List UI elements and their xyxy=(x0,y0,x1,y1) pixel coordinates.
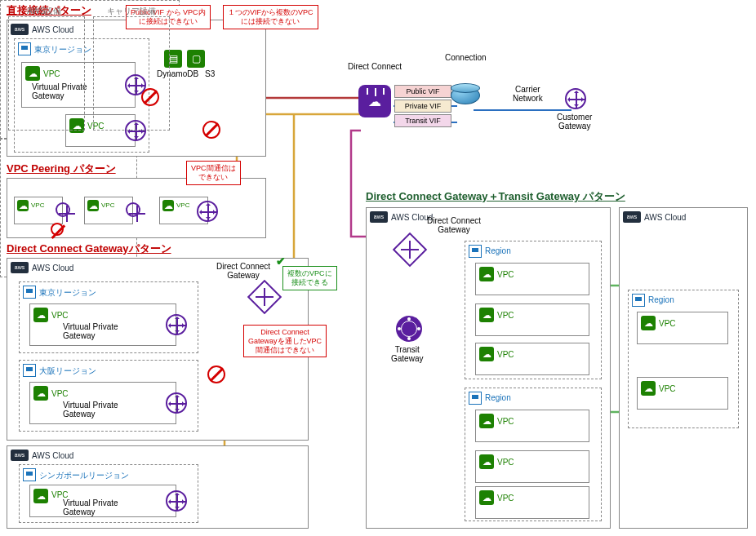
vpg-label: Virtuual Private Gateway xyxy=(63,322,118,340)
callout-dcgw-no-inter-vpc: Direct Connect Gatewayを通したVPC 間通信はできない xyxy=(243,325,327,357)
peer-vpc-1: VPC xyxy=(14,197,63,224)
s3-label: S3 xyxy=(205,69,215,78)
vpc-singapore: VPC Virtuual Private Gateway xyxy=(29,485,176,517)
vpc-osaka: VPC Virtuual Private Gateway xyxy=(29,382,176,424)
transit-vif: Transit VIF xyxy=(394,114,451,127)
aws-cloud-tgw-1: aws AWS Cloud Direct Connect Gateway Tra… xyxy=(366,207,611,529)
aws-logo-icon: aws xyxy=(11,262,29,273)
vpc-icon xyxy=(87,200,99,211)
vpg-label: Virtuual Private Gateway xyxy=(63,498,118,516)
prohibited-icon xyxy=(202,121,220,139)
peer-vpc-3: VPC xyxy=(159,197,208,224)
vpc-label: VPC xyxy=(497,270,514,279)
dcg-label: Direct Connect Gateway xyxy=(216,262,270,280)
peer-vpc-2: VPC xyxy=(84,197,133,224)
aws-facility-label: AWS設備 xyxy=(27,6,61,17)
aws-cloud-dcgw-2: aws AWS Cloud シンガポールリージョン VPC Virtuual P… xyxy=(7,445,309,529)
region-flag-icon xyxy=(23,286,36,299)
dc-label: Direct Connect xyxy=(348,62,402,71)
vpc-label: VPC xyxy=(176,202,189,209)
vgw-icon xyxy=(56,202,70,217)
vpc-icon xyxy=(479,308,494,322)
callout-single-vif-multi-vpc: １つのVIFから複数のVPC には接続できない xyxy=(223,5,318,29)
tgw-icon xyxy=(396,316,422,342)
aws-logo-icon: aws xyxy=(623,211,641,223)
s3-icon xyxy=(187,50,205,68)
vgw-icon xyxy=(166,490,187,512)
callout-multi-vpc-ok: 複数のVPCに 接続できる xyxy=(282,266,337,290)
vpc-label: VPC xyxy=(101,202,114,209)
peering-box: VPC VPC VPC xyxy=(7,178,266,238)
vpc-label: VPC xyxy=(497,494,514,503)
customer-gateway-icon xyxy=(565,88,586,109)
customer-gateway-label: Customer Gateway xyxy=(557,113,592,131)
region-label: Region xyxy=(485,246,511,255)
osaka-label: 大阪リージョン xyxy=(39,365,96,377)
vgw-icon xyxy=(197,201,218,222)
aws-cloud-label: AWS Cloud xyxy=(32,264,73,272)
vpc-label: VPC xyxy=(659,319,676,328)
carrier-network-label: Carrier Network xyxy=(513,85,543,103)
vpc-tokyo2: VPC Virtuual Private Gateway xyxy=(29,303,176,346)
title-dcgw-tgw: Direct Connect Gateway＋Transit Gateway パ… xyxy=(366,189,625,204)
vpc-label: VPC xyxy=(497,417,514,426)
vpc-a2: VPC xyxy=(475,303,589,336)
vpc-icon xyxy=(479,347,494,361)
dcg-icon xyxy=(247,280,282,314)
vpc-label: VPC xyxy=(497,458,514,467)
private-vif: Private VIF xyxy=(394,100,451,113)
region-flag-icon xyxy=(469,392,482,405)
region-c: Region VPC VPC xyxy=(628,290,739,428)
prohibited-icon xyxy=(207,365,225,383)
singapore-region: シンガポールリージョン VPC Virtuual Private Gateway xyxy=(19,464,198,523)
vpc-c1: VPC xyxy=(637,312,728,344)
vpc-icon xyxy=(641,316,656,330)
vpc-icon xyxy=(479,414,494,428)
aws-cloud-label: AWS Cloud xyxy=(32,451,73,460)
vpc-label: VPC xyxy=(659,384,676,393)
vpc-icon xyxy=(33,489,48,503)
tokyo-label: 東京リージョン xyxy=(39,287,96,299)
region-flag-icon xyxy=(469,245,482,258)
aws-facility: AWS設備 xyxy=(8,16,85,131)
region-b: Region VPC VPC VPC xyxy=(465,388,602,521)
callout-peering-no: VPC間通信は できない xyxy=(186,161,241,185)
tokyo-region-2: 東京リージョン VPC Virtuual Private Gateway xyxy=(19,281,198,353)
vpc-label: VPC xyxy=(31,202,44,209)
aws-cloud-tgw-2: aws AWS Cloud Region VPC VPC xyxy=(619,207,748,529)
region-flag-icon xyxy=(23,364,36,377)
vpc-icon xyxy=(162,200,174,211)
router-icon xyxy=(451,86,480,104)
direct-connect-icon xyxy=(358,85,391,117)
public-vif: Public VIF xyxy=(394,85,451,98)
singapore-label: シンガポールリージョン xyxy=(39,470,129,481)
vpc-a1: VPC xyxy=(475,263,589,295)
aws-logo-icon: aws xyxy=(370,211,388,223)
region-label: Region xyxy=(648,295,674,304)
prohibited-icon xyxy=(51,223,64,236)
tgw-label: Transit Gateway xyxy=(391,345,423,363)
title-peering: VPC Peering パターン xyxy=(7,162,116,176)
vpc-icon xyxy=(479,454,494,469)
dcg-icon xyxy=(393,233,427,267)
vpc-icon xyxy=(479,267,494,281)
aws-cloud-label: AWS Cloud xyxy=(644,213,686,222)
vpc-c2: VPC xyxy=(637,377,728,410)
vpc-a3: VPC xyxy=(475,343,589,375)
title-dcgw: Direct Connect Gatewayパターン xyxy=(7,241,171,256)
vgw-icon xyxy=(166,314,187,335)
carrier-facility: キャリア設備 xyxy=(93,16,170,131)
vpc-b3: VPC xyxy=(475,486,589,519)
dcg-label: Direct Connect Gateway xyxy=(427,216,481,234)
vpc-b1: VPC xyxy=(475,410,589,442)
vpc-label: VPC xyxy=(497,311,514,320)
vpc-icon xyxy=(33,308,48,322)
vpc-b2: VPC xyxy=(475,450,589,483)
vgw-icon xyxy=(166,392,187,414)
vpc-label: VPC xyxy=(497,350,514,359)
vpc-icon xyxy=(17,200,29,211)
vpc-icon xyxy=(33,386,48,401)
carrier-facility-label: キャリア設備 xyxy=(107,6,156,17)
region-flag-icon xyxy=(23,468,36,481)
region-flag-icon xyxy=(632,294,645,307)
